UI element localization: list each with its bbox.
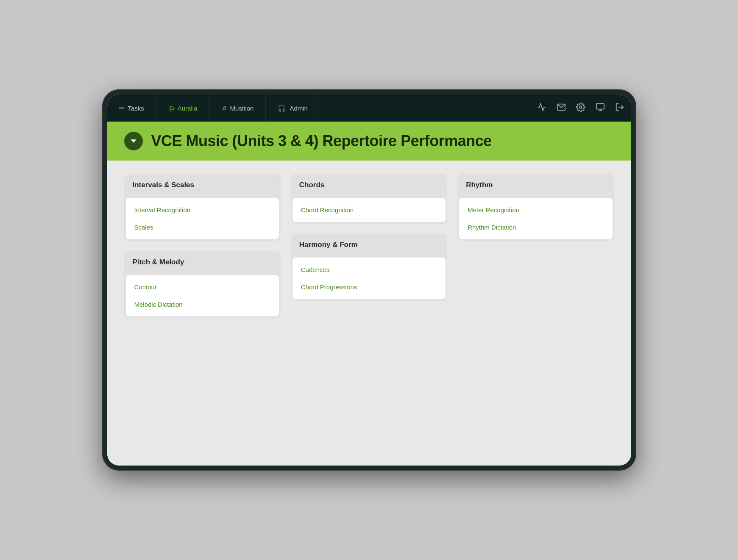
category-chords: Chords Chord Recognition	[291, 174, 447, 224]
link-interval-recognition[interactable]: Interval Recognition	[126, 201, 279, 219]
category-items-chords: Chord Recognition	[292, 198, 446, 222]
category-header-chords: Chords	[291, 174, 447, 196]
mail-icon[interactable]	[557, 103, 566, 114]
nav-label-admin: Admin	[290, 105, 308, 112]
link-chord-recognition[interactable]: Chord Recognition	[292, 201, 446, 219]
category-harmony-form: Harmony & Form Cadences Chord Progressio…	[291, 234, 447, 301]
nav-item-tasks[interactable]: ✏ Tasks	[107, 94, 156, 122]
category-header-intervals-scales: Intervals & Scales	[124, 174, 281, 196]
musition-icon: ♬	[222, 104, 227, 112]
category-items-harmony-form: Cadences Chord Progressions	[292, 258, 446, 299]
column-1: Intervals & Scales Interval Recognition …	[124, 174, 281, 318]
category-items-intervals-scales: Interval Recognition Scales	[126, 198, 279, 239]
nav-actions	[530, 94, 631, 122]
header-dropdown-button[interactable]	[124, 132, 143, 150]
column-2: Chords Chord Recognition Harmony & Form …	[291, 174, 447, 301]
link-melodic-dictation[interactable]: Melodic Dictation	[126, 296, 279, 313]
category-header-rhythm: Rhythm	[457, 174, 614, 196]
monitor-icon[interactable]	[596, 103, 605, 114]
link-cadences[interactable]: Cadences	[292, 261, 446, 278]
category-title-rhythm: Rhythm	[466, 181, 493, 189]
chart-icon[interactable]	[537, 103, 546, 114]
nav-label-tasks: Tasks	[128, 105, 144, 112]
tasks-icon: ✏	[119, 104, 125, 112]
svg-rect-2	[596, 103, 604, 109]
category-title-intervals-scales: Intervals & Scales	[133, 181, 195, 189]
category-intervals-scales: Intervals & Scales Interval Recognition …	[124, 174, 281, 241]
device-frame: ✏ Tasks ◎ Auralia ♬ Musition 🎧 Admin	[102, 89, 636, 471]
admin-icon: 🎧	[278, 104, 286, 112]
main-content: Intervals & Scales Interval Recognition …	[107, 161, 631, 466]
nav-label-musition: Musition	[230, 105, 254, 112]
link-chord-progressions[interactable]: Chord Progressions	[292, 278, 446, 296]
svg-point-1	[579, 106, 582, 108]
header-banner: VCE Music (Units 3 & 4) Repertoire Perfo…	[107, 122, 631, 161]
nav-item-auralia[interactable]: ◎ Auralia	[156, 94, 210, 122]
nav-label-auralia: Auralia	[178, 105, 198, 112]
link-contour[interactable]: Contour	[126, 278, 279, 296]
category-items-rhythm: Meter Recognition Rhythm Dictation	[459, 198, 612, 239]
categories-grid: Intervals & Scales Interval Recognition …	[124, 174, 614, 318]
device-screen: ✏ Tasks ◎ Auralia ♬ Musition 🎧 Admin	[107, 94, 631, 466]
category-header-pitch-melody: Pitch & Melody	[124, 251, 281, 273]
category-items-pitch-melody: Contour Melodic Dictation	[126, 275, 279, 316]
category-header-harmony-form: Harmony & Form	[291, 234, 447, 256]
nav-item-admin[interactable]: 🎧 Admin	[266, 94, 320, 122]
category-title-harmony-form: Harmony & Form	[299, 241, 358, 249]
category-title-chords: Chords	[299, 181, 325, 189]
category-title-pitch-melody: Pitch & Melody	[133, 258, 184, 266]
page-title: VCE Music (Units 3 & 4) Repertoire Perfo…	[151, 132, 492, 150]
column-3: Rhythm Meter Recognition Rhythm Dictatio…	[457, 174, 614, 241]
nav-item-musition[interactable]: ♬ Musition	[210, 94, 266, 122]
link-scales[interactable]: Scales	[126, 219, 279, 236]
svg-marker-6	[131, 139, 136, 143]
link-rhythm-dictation[interactable]: Rhythm Dictation	[459, 219, 612, 236]
link-meter-recognition[interactable]: Meter Recognition	[459, 201, 612, 219]
settings-icon[interactable]	[576, 103, 585, 114]
logout-icon[interactable]	[615, 103, 624, 114]
auralia-icon: ◎	[168, 104, 174, 112]
nav-spacer	[320, 94, 530, 122]
category-rhythm: Rhythm Meter Recognition Rhythm Dictatio…	[457, 174, 614, 241]
navbar: ✏ Tasks ◎ Auralia ♬ Musition 🎧 Admin	[107, 94, 631, 122]
category-pitch-melody: Pitch & Melody Contour Melodic Dictation	[124, 251, 281, 318]
